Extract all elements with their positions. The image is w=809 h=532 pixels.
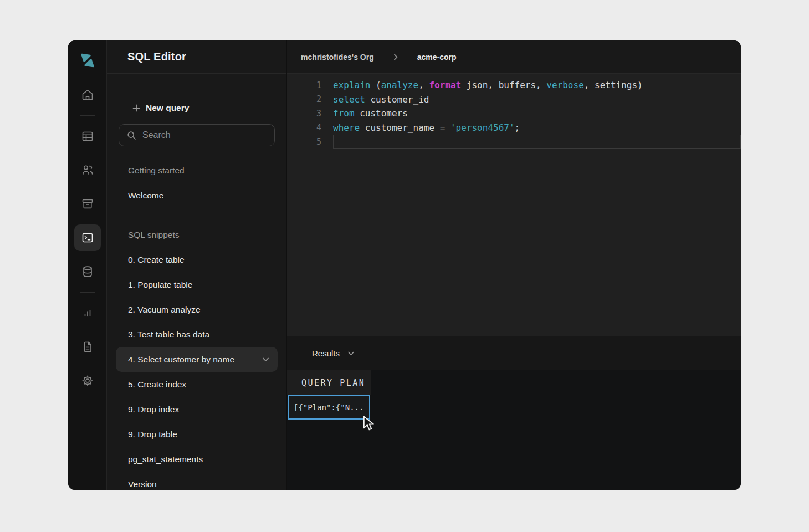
- code-line: 4where customer_name = 'person4567';: [287, 121, 741, 135]
- code-token: customer_name: [360, 122, 440, 133]
- sidebar-item-0-create-table[interactable]: 0. Create table: [116, 247, 278, 272]
- code-line: 3from customers: [287, 106, 741, 121]
- results-toolbar: Results: [287, 336, 741, 370]
- line-number: 5: [287, 137, 321, 147]
- search-icon: [127, 131, 136, 140]
- plus-icon: [132, 104, 141, 112]
- line-number: 2: [287, 94, 321, 104]
- code-token: ,: [418, 80, 429, 90]
- sidebar-item-5-create-index[interactable]: 5. Create index: [116, 372, 278, 397]
- sidebar-body: New query Search Getting startedWelcomeS…: [107, 74, 286, 490]
- code-line: 5: [287, 135, 741, 149]
- chart-icon[interactable]: [74, 300, 101, 326]
- grid-header-row: QUERY PLAN: [287, 370, 741, 395]
- sidebar-item-9-drop-index[interactable]: 9. Drop index: [116, 397, 278, 422]
- rail-divider: [80, 115, 95, 116]
- code-text: select customer_id: [333, 93, 741, 106]
- code-line: 2select customer_id: [287, 93, 741, 107]
- code-token: =: [440, 122, 446, 133]
- line-number: 4: [287, 122, 321, 132]
- code-text: where customer_name = 'person4567';: [333, 121, 741, 135]
- sidebar-item-2-vacuum-analyze[interactable]: 2. Vacuum analyze: [116, 297, 278, 322]
- sidebar-header: SQL Editor: [107, 40, 286, 74]
- users-icon[interactable]: [74, 157, 101, 183]
- code-token: format: [429, 80, 461, 90]
- code-token: analyze: [381, 80, 418, 90]
- sql-editor-window: SQL Editor New query Search Getting star…: [68, 40, 741, 490]
- breadcrumb-org[interactable]: mchristofides's Org: [301, 53, 374, 62]
- code-token: from: [333, 108, 355, 119]
- result-cell[interactable]: [{"Plan":{"N...: [288, 395, 370, 420]
- search-input[interactable]: Search: [119, 124, 275, 146]
- search-placeholder: Search: [142, 130, 171, 140]
- column-header[interactable]: QUERY PLAN: [287, 370, 371, 395]
- chevron-down-icon: [262, 355, 270, 364]
- page-title: SQL Editor: [127, 50, 186, 63]
- sidebar-item-3-test-table-has-data[interactable]: 3. Test table has data: [116, 322, 278, 347]
- code-token: [445, 122, 450, 133]
- database-icon[interactable]: [74, 258, 101, 285]
- code-text: [333, 135, 741, 149]
- results-grid: QUERY PLAN [{"Plan":{"N...: [287, 370, 741, 490]
- gear-icon[interactable]: [74, 367, 101, 394]
- code-token: json, buffers,: [461, 80, 546, 90]
- query-list: Getting startedWelcomeSQL snippets0. Cre…: [116, 158, 278, 490]
- code-token: select: [333, 94, 365, 105]
- breadcrumb: mchristofides's Org acme-corp: [287, 40, 741, 74]
- rail-divider: [80, 292, 95, 293]
- sidebar-item-label: Welcome: [128, 191, 163, 201]
- code-line: 1explain (analyze, format json, buffers,…: [287, 78, 741, 93]
- code-token: explain: [333, 80, 370, 90]
- sidebar-item-welcome[interactable]: Welcome: [116, 183, 278, 208]
- icon-rail: [68, 40, 107, 490]
- sidebar-item-label: 9. Drop table: [128, 429, 177, 439]
- sidebar-item-1-populate-table[interactable]: 1. Populate table: [116, 272, 278, 297]
- grid-body: [{"Plan":{"N...: [287, 395, 741, 420]
- sidebar-item-label: 5. Create index: [128, 380, 186, 390]
- sidebar-item-9-drop-table[interactable]: 9. Drop table: [116, 422, 278, 447]
- sidebar-item-label: 2. Vacuum analyze: [128, 305, 201, 315]
- code-token: where: [333, 122, 360, 133]
- sidebar-item-label: pg_stat_statements: [128, 454, 203, 464]
- sidebar-item-label: 3. Test table has data: [128, 330, 209, 340]
- code-token: , settings): [584, 80, 643, 90]
- sidebar-item-version[interactable]: Version: [116, 472, 278, 490]
- code-token: 'person4567': [450, 122, 515, 133]
- app-logo: [79, 52, 96, 69]
- code-token: verbose: [546, 80, 583, 90]
- sidebar-item-label: 0. Create table: [128, 255, 185, 265]
- new-query-label: New query: [146, 103, 189, 113]
- code-token: ;: [515, 122, 520, 133]
- breadcrumb-project[interactable]: acme-corp: [417, 53, 457, 62]
- sql-code-editor[interactable]: 1explain (analyze, format json, buffers,…: [287, 74, 741, 336]
- code-token: customer_id: [365, 94, 429, 105]
- terminal-icon[interactable]: [74, 224, 101, 251]
- archive-icon[interactable]: [74, 191, 101, 217]
- sidebar-item-label: Version: [128, 479, 157, 489]
- sidebar-item-label: 1. Populate table: [128, 280, 192, 290]
- code-text: explain (analyze, format json, buffers, …: [333, 78, 741, 92]
- table-icon[interactable]: [74, 123, 101, 150]
- home-icon[interactable]: [74, 81, 101, 108]
- main-area: mchristofides's Org acme-corp 1explain (…: [287, 40, 741, 490]
- query-sidebar: SQL Editor New query Search Getting star…: [107, 40, 287, 490]
- sidebar-item-pg-stat-statements[interactable]: pg_stat_statements: [116, 447, 278, 472]
- sidebar-item-label: 9. Drop index: [128, 405, 179, 415]
- new-query-button[interactable]: New query: [132, 101, 278, 115]
- sidebar-item-4-select-customer-by-name[interactable]: 4. Select customer by name: [116, 347, 278, 372]
- code-token: customers: [355, 108, 408, 119]
- document-icon[interactable]: [74, 334, 101, 360]
- chevron-down-icon[interactable]: [347, 349, 355, 357]
- chevron-right-icon: [392, 53, 400, 61]
- code-token: (: [370, 80, 381, 90]
- line-number: 3: [287, 109, 321, 119]
- section-header: Getting started: [116, 158, 278, 183]
- code-text: from customers: [333, 106, 741, 120]
- section-header: SQL snippets: [116, 222, 278, 247]
- results-label: Results: [312, 349, 340, 358]
- sidebar-item-label: 4. Select customer by name: [128, 355, 234, 365]
- line-number: 1: [287, 80, 321, 90]
